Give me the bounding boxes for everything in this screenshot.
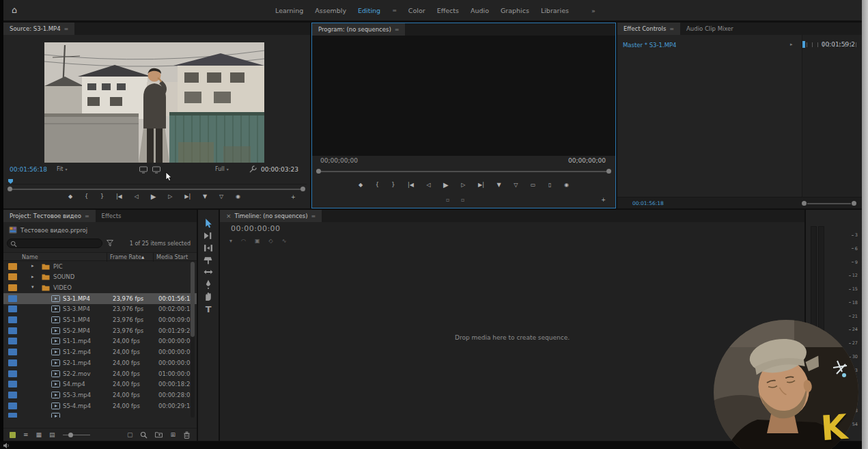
automate-to-sequence-button[interactable]: ▢ xyxy=(127,431,133,438)
overwrite-button[interactable]: ▽ xyxy=(219,192,223,202)
label-chip[interactable] xyxy=(8,403,17,409)
filter-bin-icon[interactable] xyxy=(107,240,114,247)
chevron-right-icon[interactable]: ▸ xyxy=(790,42,793,47)
scrollbar-track[interactable] xyxy=(10,189,303,190)
go-to-in-button[interactable]: |◀ xyxy=(408,180,414,190)
ripple-edit-tool[interactable] xyxy=(204,243,213,253)
tab-effects[interactable]: Effects xyxy=(96,210,128,222)
column-frame-rate[interactable]: Frame Rate xyxy=(110,254,141,260)
zoom-handle-right[interactable] xyxy=(852,201,856,206)
zoom-slider-track[interactable] xyxy=(63,435,90,435)
fx-mini-playhead[interactable] xyxy=(802,41,805,48)
fx-mini-timeline-lane[interactable] xyxy=(802,35,862,197)
source-time-ruler[interactable] xyxy=(6,178,307,185)
panel-menu-icon[interactable]: ≡ xyxy=(85,213,89,219)
zoom-handle-left[interactable] xyxy=(802,201,807,206)
workspace-tab-assembly[interactable]: Assembly xyxy=(315,7,346,14)
workspace-menu-icon[interactable]: ≡ xyxy=(392,8,397,14)
button-editor-plus[interactable]: + xyxy=(601,195,606,205)
tab-effect-controls[interactable]: Effect Controls ≡ xyxy=(617,23,680,35)
label-chip[interactable] xyxy=(8,359,17,366)
mark-out-button[interactable]: } xyxy=(100,192,104,202)
label-chip[interactable] xyxy=(8,370,17,377)
workspace-tab-color[interactable]: Color xyxy=(408,7,425,14)
thumb-view-button[interactable]: ▤ xyxy=(49,431,55,438)
project-scrollbar[interactable] xyxy=(191,261,195,418)
play-button[interactable]: ▶ xyxy=(443,180,449,190)
search-input[interactable] xyxy=(18,239,100,247)
sort-asc-icon[interactable]: ▲ xyxy=(141,255,144,259)
zoom-slider[interactable] xyxy=(63,432,90,438)
label-chip[interactable] xyxy=(8,338,17,344)
chevron-right-icon[interactable]: ▸ xyxy=(31,274,34,280)
label-chip[interactable] xyxy=(8,381,17,387)
hand-tool[interactable] xyxy=(204,292,213,301)
label-chip[interactable] xyxy=(8,327,17,334)
razor-tool[interactable] xyxy=(204,256,213,265)
clip-row[interactable]: S3-3.MP4 23,976 fps 00:02:00:18 xyxy=(3,304,197,315)
clip-row[interactable]: S4.mp4 24,00 fps 00:00:18:20 xyxy=(3,379,197,390)
mark-in-button[interactable]: { xyxy=(85,192,88,202)
label-chip[interactable] xyxy=(8,349,17,355)
label-chip[interactable] xyxy=(8,273,17,280)
panel-menu-icon[interactable]: ≡ xyxy=(395,27,400,33)
mark-in-button[interactable]: { xyxy=(376,180,379,190)
clip-row[interactable]: S5-4.mp4 24,00 fps 00:00:29:14 xyxy=(3,400,197,411)
scrollbar-handle-right[interactable] xyxy=(606,169,611,174)
label-color-chip[interactable] xyxy=(10,432,16,438)
tab-audio-clip-mixer[interactable]: Audio Clip Mixer xyxy=(680,23,740,35)
workspace-overflow-icon[interactable]: » xyxy=(591,7,596,14)
clip-row-partial[interactable] xyxy=(3,411,197,418)
scrollbar-handle-left[interactable] xyxy=(316,169,321,174)
source-playhead[interactable] xyxy=(8,179,13,184)
label-chip[interactable] xyxy=(8,295,17,302)
slip-tool[interactable] xyxy=(204,267,213,277)
list-view-button[interactable]: ≡ xyxy=(23,431,29,438)
label-chip[interactable] xyxy=(8,263,17,270)
clip-row[interactable]: S1-1.mp4 24,00 fps 00:00:00:00 xyxy=(3,336,197,347)
find-button[interactable] xyxy=(140,431,148,439)
panel-menu-icon[interactable]: ≡ xyxy=(669,26,674,32)
workspace-tab-graphics[interactable]: Graphics xyxy=(501,7,529,14)
settings-wrench-icon[interactable] xyxy=(249,165,257,174)
step-forward-button[interactable]: ▷ xyxy=(168,192,172,202)
go-to-out-button[interactable]: ▶| xyxy=(478,180,484,190)
project-file-row[interactable]: Тестовое видео.prproj xyxy=(9,226,87,234)
label-chip[interactable] xyxy=(8,316,17,323)
chevron-right-icon[interactable]: ▸ xyxy=(31,263,34,269)
clip-row[interactable]: S2-2.mov 24,00 fps 01:00:00:00 xyxy=(3,368,197,379)
scrollbar-thumb[interactable] xyxy=(191,262,195,337)
pen-tool[interactable] xyxy=(204,280,213,289)
clip-row[interactable]: S3-1.MP4 23,976 fps 00:01:56:18 xyxy=(3,293,197,304)
lift-button[interactable]: ▭ xyxy=(531,180,536,190)
drag-audio-icon[interactable] xyxy=(152,166,160,174)
resolve-buttons-left[interactable]: ▫ xyxy=(446,195,449,205)
tab-timeline[interactable]: × Timeline: (no sequences) ≡ xyxy=(220,210,322,222)
clip-row[interactable]: S5-1.MP4 23,976 fps 00:00:09:05 xyxy=(3,315,197,326)
add-marker-button[interactable]: ◆ xyxy=(359,180,363,190)
label-chip[interactable] xyxy=(8,413,17,418)
tab-source-monitor[interactable]: Source: S3-1.MP4 ≡ xyxy=(3,23,74,35)
label-chip[interactable] xyxy=(8,392,17,398)
column-media-start[interactable]: Media Start xyxy=(156,254,188,260)
workspace-tab-libraries[interactable]: Libraries xyxy=(541,7,569,14)
drag-video-icon[interactable] xyxy=(139,166,148,174)
zoom-slider-handle[interactable] xyxy=(68,433,73,437)
add-marker-button[interactable]: ◆ xyxy=(68,192,72,202)
panel-menu-icon[interactable]: ≡ xyxy=(311,213,316,219)
scrollbar-handle-right[interactable] xyxy=(300,187,305,191)
delete-button[interactable] xyxy=(183,431,191,439)
insert-button[interactable]: ▼ xyxy=(496,180,501,190)
extract-button[interactable]: ▯ xyxy=(548,180,551,190)
workspace-tab-effects[interactable]: Effects xyxy=(437,7,459,14)
go-to-in-button[interactable]: |◀ xyxy=(116,192,122,202)
chevron-down-icon[interactable]: ▾ xyxy=(31,284,34,290)
search-box[interactable] xyxy=(7,239,102,248)
resolve-buttons-right[interactable]: ▫ xyxy=(461,195,464,205)
source-zoom-scrollbar[interactable] xyxy=(8,187,305,191)
track-select-tool[interactable] xyxy=(204,231,213,241)
clip-row[interactable]: S5-2.MP4 23,976 fps 00:01:29:20 xyxy=(3,325,197,336)
new-item-button[interactable]: ⊞ xyxy=(170,431,176,438)
panel-menu-icon[interactable]: ≡ xyxy=(64,26,69,32)
tab-project[interactable]: Project: Тестовое видео ≡ xyxy=(3,210,96,222)
